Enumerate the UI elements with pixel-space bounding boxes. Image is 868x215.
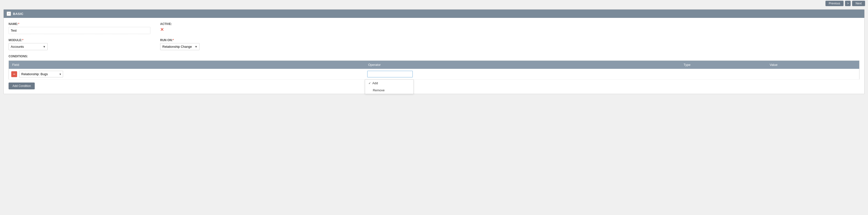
- runon-label: RUN ON:*: [160, 38, 860, 42]
- module-runon-row: MODULE:* Accounts Contacts Leads Opportu…: [8, 38, 860, 50]
- conditions-table: Field Operator Type Value − Relationship…: [8, 60, 860, 80]
- add-condition-button[interactable]: Add Condition: [8, 82, 35, 89]
- collapse-button[interactable]: −: [7, 11, 11, 16]
- next-button[interactable]: Next: [852, 1, 865, 6]
- remove-row-button[interactable]: −: [11, 71, 17, 77]
- remove-label: Remove: [373, 88, 384, 92]
- name-label: NAME:*: [8, 22, 150, 26]
- runon-select-wrapper: Relationship Change Save Delete ▼: [160, 43, 199, 50]
- basic-panel: − BASIC NAME:* ACTIVE: ✕ MODULE:*: [3, 9, 865, 94]
- col-value: Value: [766, 61, 860, 69]
- row-type-cell: [680, 69, 766, 80]
- dropdown-item-add[interactable]: Add: [365, 80, 413, 87]
- active-label: ACTIVE:: [160, 22, 860, 26]
- module-label: MODULE:*: [8, 38, 150, 42]
- name-input[interactable]: [8, 27, 150, 34]
- panel-header: − BASIC: [4, 9, 864, 18]
- runon-col: RUN ON:* Relationship Change Save Delete…: [160, 38, 860, 50]
- row-operator-cell: Add Remove: [365, 69, 680, 80]
- runon-select[interactable]: Relationship Change Save Delete: [160, 43, 199, 50]
- col-type: Type: [680, 61, 766, 69]
- arrow-button[interactable]: >: [845, 1, 850, 6]
- add-label: Add: [372, 81, 378, 85]
- col-field: Field: [9, 61, 365, 69]
- panel-body: NAME:* ACTIVE: ✕ MODULE:* Accounts Conta…: [4, 18, 864, 94]
- module-select-wrapper: Accounts Contacts Leads Opportunities ▼: [8, 43, 48, 50]
- previous-button[interactable]: Previous: [826, 1, 844, 6]
- panel-title: BASIC: [13, 12, 24, 16]
- row-value-cell: [766, 69, 860, 80]
- field-select[interactable]: Relationship: Bugs Relationship: Cases R…: [19, 71, 63, 77]
- row-field-cell: − Relationship: Bugs Relationship: Cases…: [9, 69, 365, 80]
- name-col: NAME:*: [8, 22, 150, 34]
- dropdown-item-remove[interactable]: Remove: [365, 87, 413, 94]
- field-select-wrapper: Relationship: Bugs Relationship: Cases R…: [19, 71, 63, 77]
- table-header-row: Field Operator Type Value: [9, 61, 860, 69]
- module-col: MODULE:* Accounts Contacts Leads Opportu…: [8, 38, 150, 50]
- name-active-row: NAME:* ACTIVE: ✕: [8, 22, 860, 34]
- module-select[interactable]: Accounts Contacts Leads Opportunities: [8, 43, 48, 50]
- top-bar: Previous > Next: [0, 0, 868, 7]
- col-operator: Operator: [365, 61, 680, 69]
- active-icon[interactable]: ✕: [160, 27, 860, 32]
- operator-input[interactable]: [367, 71, 413, 77]
- operator-dropdown-menu: Add Remove: [365, 79, 414, 94]
- conditions-section-label: CONDITIONS:: [8, 55, 860, 58]
- active-col: ACTIVE: ✕: [160, 22, 860, 34]
- table-row: − Relationship: Bugs Relationship: Cases…: [9, 69, 860, 80]
